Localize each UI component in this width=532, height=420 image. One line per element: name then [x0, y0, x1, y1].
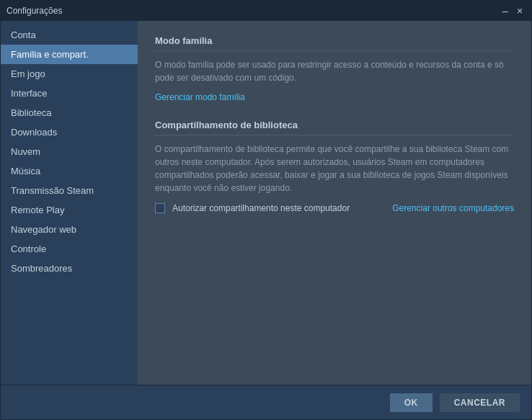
sidebar-item-sombreadores[interactable]: Sombreadores: [1, 259, 138, 278]
sidebar-item-navegador[interactable]: Navegador web: [1, 220, 138, 239]
settings-window: Configurações – × Conta Família e compar…: [0, 0, 532, 420]
library-sharing-description: O compartilhamento de biblioteca permite…: [155, 143, 514, 195]
sidebar-item-controle[interactable]: Controle: [1, 239, 138, 259]
main-content: Conta Família e compart. Em jogo Interfa…: [1, 21, 531, 385]
sidebar-item-biblioteca[interactable]: Biblioteca: [1, 103, 138, 122]
ok-button[interactable]: OK: [390, 393, 433, 412]
sidebar: Conta Família e compart. Em jogo Interfa…: [1, 21, 138, 385]
manage-family-mode-link[interactable]: Gerenciar modo família: [155, 92, 245, 102]
close-button[interactable]: ×: [514, 5, 526, 17]
cancel-button[interactable]: CANCELAR: [440, 393, 520, 412]
sidebar-item-nuvem[interactable]: Nuvem: [1, 142, 138, 161]
content-area: Modo família O modo família pode ser usa…: [138, 21, 531, 385]
window-title: Configurações: [6, 6, 62, 16]
titlebar: Configurações – ×: [1, 1, 531, 21]
minimize-button[interactable]: –: [500, 5, 511, 17]
sidebar-item-remoteplay[interactable]: Remote Play: [1, 200, 138, 220]
footer: OK CANCELAR: [1, 385, 531, 419]
library-sharing-section: Compartilhamento de biblioteca O compart…: [155, 120, 514, 213]
sidebar-item-musica[interactable]: Música: [1, 161, 138, 181]
sidebar-item-familia[interactable]: Família e compart.: [1, 45, 138, 64]
sidebar-item-transmissao[interactable]: Transmissão Steam: [1, 181, 138, 200]
sidebar-item-conta[interactable]: Conta: [1, 25, 138, 45]
authorize-sharing-checkbox[interactable]: [155, 203, 165, 213]
sidebar-item-interface[interactable]: Interface: [1, 84, 138, 103]
authorize-sharing-row: Autorizar compartilhamento neste computa…: [155, 203, 514, 213]
authorize-sharing-label: Autorizar compartilhamento neste computa…: [172, 203, 350, 213]
library-sharing-title: Compartilhamento de biblioteca: [155, 120, 514, 135]
sidebar-item-downloads[interactable]: Downloads: [1, 122, 138, 142]
manage-computers-link[interactable]: Gerenciar outros computadores: [392, 203, 514, 213]
titlebar-controls: – ×: [500, 5, 526, 17]
family-mode-description: O modo família pode ser usado para restr…: [155, 58, 514, 84]
family-mode-title: Modo família: [155, 35, 514, 51]
family-mode-section: Modo família O modo família pode ser usa…: [155, 35, 514, 102]
sidebar-item-emjogo[interactable]: Em jogo: [1, 64, 138, 84]
